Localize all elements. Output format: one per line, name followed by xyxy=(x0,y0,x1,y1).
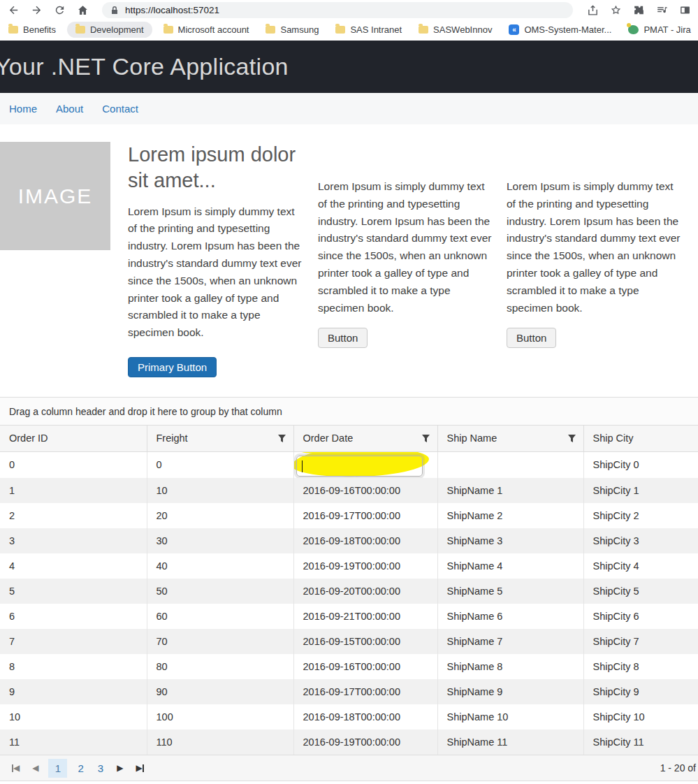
refresh-icon[interactable] xyxy=(53,3,66,16)
address-bar[interactable]: https://localhost:57021 xyxy=(102,2,573,18)
bookmark-samsung[interactable]: Samsung xyxy=(266,24,319,35)
column-header-order-date[interactable]: Order Date xyxy=(293,426,437,451)
filter-icon[interactable] xyxy=(277,434,286,443)
cell-order-date: 2016-09-17T00:00:00 xyxy=(293,679,437,704)
column-header-ship-city[interactable]: Ship City xyxy=(583,426,698,451)
filter-icon[interactable] xyxy=(567,434,576,443)
pager-info: 1 - 20 of xyxy=(660,762,696,774)
cell-ship-city: ShipCity 3 xyxy=(583,528,698,553)
url-text: https://localhost:57021 xyxy=(125,5,219,15)
column-header-order-id[interactable]: Order ID xyxy=(0,426,147,451)
bookmark-star-icon[interactable] xyxy=(609,3,622,16)
cell-order-date: 2016-09-20T00:00:00 xyxy=(293,579,437,604)
folder-icon xyxy=(335,26,345,34)
cell-order-date: 2016-09-19T00:00:00 xyxy=(293,553,437,579)
bookmark-benefits[interactable]: Benefits xyxy=(8,24,56,35)
cell-ship-city: ShipCity 2 xyxy=(583,503,698,528)
cell-freight: 0 xyxy=(147,451,293,478)
cell-order-date: 2016-09-16T00:00:00 xyxy=(293,654,437,679)
home-icon[interactable] xyxy=(76,3,89,16)
cell-order-date xyxy=(293,451,437,478)
cell-ship-name: ShipName 11 xyxy=(437,729,583,755)
secondary-button[interactable]: Button xyxy=(318,328,368,348)
nav-link-contact[interactable]: Contact xyxy=(102,103,138,115)
order-date-input[interactable] xyxy=(296,456,423,477)
previous-page-button[interactable]: ◀ xyxy=(32,764,38,772)
cell-ship-city: ShipCity 11 xyxy=(583,729,698,755)
table-row-editing: 0 0 ShipCity 0 xyxy=(0,451,698,478)
cell-order-date: 2016-09-18T00:00:00 xyxy=(293,528,437,553)
cell-ship-name xyxy=(437,451,583,478)
page-button-3[interactable]: 3 xyxy=(98,762,103,774)
cell-order-id: 0 xyxy=(0,451,147,478)
bookmark-development[interactable]: Development xyxy=(67,22,152,38)
cell-order-id: 4 xyxy=(0,553,147,579)
forward-icon[interactable] xyxy=(30,3,43,16)
page-button-1[interactable]: 1 xyxy=(48,759,67,778)
cell-ship-name: ShipName 8 xyxy=(437,654,583,679)
column-paragraph: Lorem Ipsum is simply dummy text of the … xyxy=(507,178,683,317)
app-nav: HomeAboutContact xyxy=(0,93,698,124)
cell-order-id: 10 xyxy=(0,704,147,729)
table-row: 2202016-09-17T00:00:00ShipName 2ShipCity… xyxy=(0,503,698,528)
group-hint-text: Drag a column header and drop it here to… xyxy=(9,406,282,417)
extensions-icon[interactable] xyxy=(632,3,645,16)
cell-order-id: 8 xyxy=(0,654,147,679)
nav-link-about[interactable]: About xyxy=(56,103,83,115)
page-title: Your .NET Core Application xyxy=(0,53,289,80)
bookmark-pmat-jira[interactable]: PMAT - Jira xyxy=(628,24,690,35)
jira-icon xyxy=(628,25,639,34)
bookmark-label: Benefits xyxy=(23,24,56,35)
last-page-button[interactable]: ▶ xyxy=(136,764,143,772)
bookmark-sas-intranet[interactable]: SAS Intranet xyxy=(335,24,402,35)
lock-icon xyxy=(110,6,119,15)
cell-freight: 10 xyxy=(147,478,293,503)
cell-ship-name: ShipName 5 xyxy=(437,579,583,604)
pager-pages: 123 xyxy=(45,759,110,778)
bookmark-microsoft-account[interactable]: Microsoft account xyxy=(163,24,249,35)
cell-order-id: 2 xyxy=(0,503,147,528)
share-icon[interactable] xyxy=(586,3,599,16)
side-panel-icon[interactable] xyxy=(678,3,691,16)
app-header: Your .NET Core Application xyxy=(0,41,698,93)
cell-ship-city: ShipCity 4 xyxy=(583,553,698,579)
hero-heading: Lorem ipsum dolor sit amet... xyxy=(128,142,303,194)
cell-order-id: 3 xyxy=(0,528,147,553)
bookmark-label: PMAT - Jira xyxy=(644,24,690,35)
first-page-button[interactable]: ◀ xyxy=(12,764,20,772)
table-row: 3302016-09-18T00:00:00ShipName 3ShipCity… xyxy=(0,528,698,553)
group-drop-panel[interactable]: Drag a column header and drop it here to… xyxy=(0,398,698,426)
column-header-ship-name[interactable]: Ship Name xyxy=(437,426,583,451)
bookmark-label: SASWebInnov xyxy=(433,24,492,35)
page-button-2[interactable]: 2 xyxy=(78,762,83,774)
bookmark-label: Development xyxy=(90,24,144,35)
cell-order-date: 2016-09-17T00:00:00 xyxy=(293,503,437,528)
image-placeholder-label: IMAGE xyxy=(18,184,93,208)
cell-ship-name: ShipName 3 xyxy=(437,528,583,553)
cell-order-id: 7 xyxy=(0,629,147,654)
table-row: 111102016-09-19T00:00:00ShipName 11ShipC… xyxy=(0,729,698,755)
secondary-button[interactable]: Button xyxy=(507,328,556,348)
folder-icon xyxy=(8,26,18,34)
column-title: Ship City xyxy=(593,433,634,444)
grid-header-row: Order IDFreightOrder DateShip NameShip C… xyxy=(0,426,698,451)
bookmark-oms-system-mater[interactable]: OMS-System-Mater... xyxy=(509,24,611,35)
media-controls-icon[interactable] xyxy=(655,3,668,16)
column-title: Ship Name xyxy=(447,433,497,444)
nav-link-home[interactable]: Home xyxy=(9,103,37,115)
cell-freight: 100 xyxy=(147,704,293,729)
back-icon[interactable] xyxy=(7,3,20,16)
table-row: 9902016-09-17T00:00:00ShipName 9ShipCity… xyxy=(0,679,698,704)
cell-freight: 90 xyxy=(147,679,293,704)
column-paragraph: Lorem Ipsum is simply dummy text of the … xyxy=(318,178,494,317)
column-title: Order Date xyxy=(303,433,354,444)
filter-icon[interactable] xyxy=(421,434,430,443)
bookmark-saswebinnov[interactable]: SASWebInnov xyxy=(419,24,492,35)
column-header-freight[interactable]: Freight xyxy=(147,426,293,451)
next-page-button[interactable]: ▶ xyxy=(117,764,123,772)
primary-button[interactable]: Primary Button xyxy=(128,357,217,377)
table-row: 6602016-09-21T00:00:00ShipName 6ShipCity… xyxy=(0,604,698,629)
cell-ship-name: ShipName 2 xyxy=(437,503,583,528)
hero-main-column: Lorem ipsum dolor sit amet... Lorem Ipsu… xyxy=(128,142,303,377)
cell-freight: 80 xyxy=(147,654,293,679)
